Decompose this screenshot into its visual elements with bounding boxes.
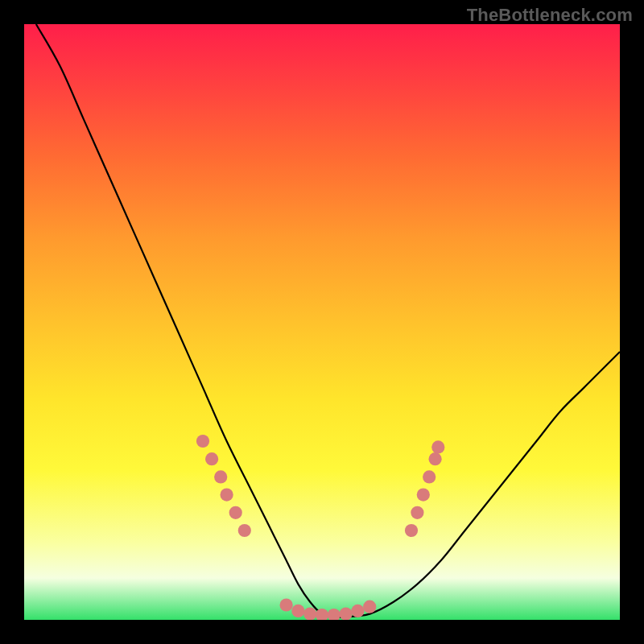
highlight-dot <box>340 608 353 621</box>
highlight-dot <box>303 608 316 621</box>
chart-frame: TheBottleneck.com <box>0 0 644 644</box>
highlight-dot <box>280 598 293 611</box>
highlight-dot <box>221 489 233 502</box>
highlight-dot <box>205 452 218 465</box>
highlight-dot <box>411 506 423 519</box>
watermark-text: TheBottleneck.com <box>467 5 633 26</box>
highlight-dot <box>214 470 227 483</box>
highlight-dot <box>196 435 209 448</box>
highlight-dot <box>291 605 304 617</box>
highlight-dot <box>423 470 436 483</box>
chart-svg <box>24 24 620 620</box>
highlight-dot <box>431 440 444 453</box>
bottleneck-curve <box>36 24 620 617</box>
highlight-dot <box>417 489 430 502</box>
highlight-dot <box>328 609 341 620</box>
highlight-dot <box>351 605 364 617</box>
highlight-dot <box>429 452 442 465</box>
plot-area <box>24 24 620 620</box>
highlight-dot <box>405 524 418 537</box>
highlight-dot <box>229 506 242 519</box>
highlight-dot <box>238 524 251 537</box>
highlight-dot <box>363 601 376 613</box>
